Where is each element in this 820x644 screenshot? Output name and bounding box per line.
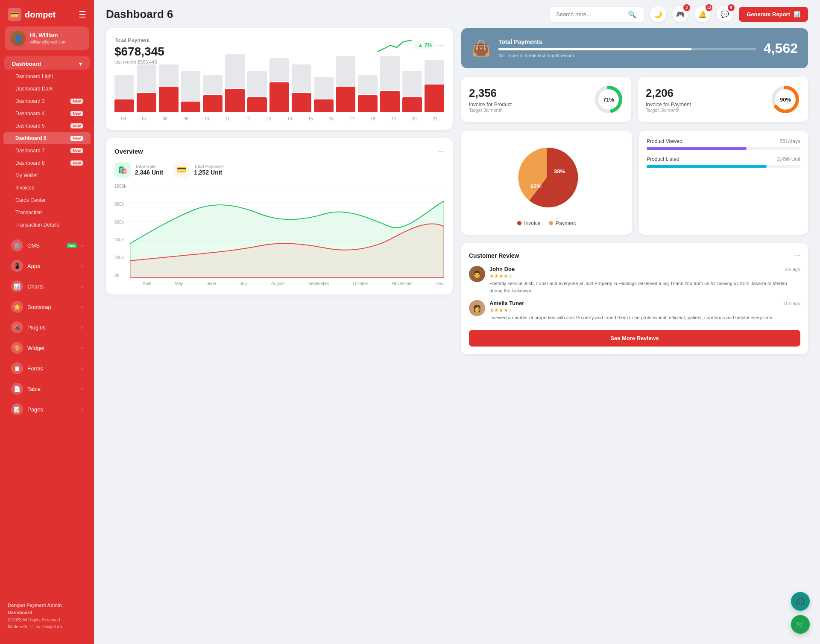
x-label-july: July [240,281,248,286]
total-payments-title: Total Payments [498,38,756,45]
stars-amelia: ★★★★★ [489,307,800,313]
sidebar-group-table[interactable]: 📄 Table › [3,379,91,399]
pie-chart-container: 62% 38% [470,139,624,216]
plugins-arrow: › [81,325,83,330]
product-viewed-value: 561/days [779,138,800,144]
generate-report-button[interactable]: Generate Report 📊 [739,7,808,22]
sidebar-item-my-wallet[interactable]: My Wallet [3,169,91,181]
bar-gray-9 [314,77,334,99]
total-sale-icon: 🛍️ [114,162,131,178]
invoice-product-target: Target 3k/month [469,108,512,113]
sidebar-item-dashboard-8[interactable]: Dashboard 8New [3,157,91,169]
bar-gray-13 [402,71,422,96]
bar-gray-3 [181,71,201,101]
sidebar-group-cms[interactable]: ⚙️ CMS New › [3,236,91,255]
cms-icon: ⚙️ [11,239,23,251]
trend-badge: ▲ 7% [414,41,435,50]
bootstrap-label: Bootstrap [27,304,77,310]
sidebar: 💳 dompet ☰ 👤 Hi, William william@gmail.c… [0,0,94,644]
item-label: Dashboard 6 [15,135,47,141]
sidebar-item-cards-center[interactable]: Cards Center [3,194,91,206]
theme-toggle-btn[interactable]: 🌙 [650,6,666,22]
bar-gray-11 [358,75,378,94]
total-payment-stat: 💳 Total Payment 1,252 Unit [173,162,224,178]
review-dots[interactable]: ··· [794,251,800,260]
sidebar-item-transaction[interactable]: Transaction [3,207,91,219]
hamburger-icon[interactable]: ☰ [79,9,86,20]
sidebar-group-apps[interactable]: 📱 Apps › [3,256,91,276]
overview-dots[interactable]: ··· [438,147,444,156]
sidebar-item-dashboard-6[interactable]: Dashboard 6New [3,132,91,144]
bar-group-13 [269,58,289,112]
support-fab[interactable]: 🎧 [791,592,810,611]
total-payments-body: Total Payments 431 more to break last mo… [498,38,756,58]
pages-arrow: › [81,407,83,412]
sidebar-group-widget[interactable]: 🎨 Widget › [3,338,91,358]
cms-arrow: › [81,243,83,248]
bar-label-9: 15 [302,117,320,121]
bar-group-09 [181,71,201,112]
message-btn[interactable]: 💬 5 [717,6,733,22]
user-info: Hi, William william@gmail.com [30,32,67,45]
sidebar-item-invoices[interactable]: Invoices [3,182,91,194]
y-label-400k: 400k [114,237,127,242]
total-payments-progress-bar [498,48,756,50]
bar-label-11: 17 [343,117,361,121]
dots-menu[interactable]: ··· [438,41,444,50]
stars-john: ★★★★★ [489,273,800,279]
y-label-0k: 0k [114,273,127,278]
message-badge: 5 [728,4,735,11]
sidebar-group-pages[interactable]: 📝 Pages › [3,399,91,419]
sidebar-item-dashboard-7[interactable]: Dashboard 7New [3,145,91,157]
sidebar-item-dashboard-4[interactable]: Dashboard 4New [3,108,91,119]
bar-group-20 [425,60,444,112]
sidebar-group-plugins[interactable]: 🔌 Plugins › [3,318,91,337]
x-label-dec: Dec. [435,281,444,286]
gamepad-btn[interactable]: 🎮 2 [672,6,688,22]
footer-copyright: © 2023 All Rights Reserved [8,617,86,624]
item-label: Cards Center [15,197,46,203]
bar-red-0 [114,99,134,112]
sidebar-header: 💳 dompet ☰ [0,0,94,26]
sidebar-group-bootstrap[interactable]: ⭐ Bootstrap › [3,297,91,317]
bar-gray-14 [425,60,444,84]
sidebar-item-dashboard-dark[interactable]: Dashboard Dark [3,83,91,95]
sidebar-logo: 💳 dompet [8,8,56,21]
reviewer-avatar-amelia: 👩 [469,300,485,316]
notification-badge: 12 [706,4,712,11]
bar-group-11 [225,54,245,112]
charts-icon: 📊 [11,280,23,292]
sidebar-item-dashboard-5[interactable]: Dashboard 5New [3,120,91,132]
widget-arrow: › [81,345,83,350]
total-payment-trend: ▲ 7% ··· [378,37,444,54]
reviewer-name-amelia: Amelia Tuner [489,300,524,306]
sidebar-group-charts[interactable]: 📊 Charts › [3,277,91,296]
bar-group-19 [402,71,422,112]
bar-label-1: 07 [135,117,154,121]
search-box[interactable]: 🔍 [550,7,644,22]
sidebar-item-dashboard-light[interactable]: Dashboard Light [3,70,91,82]
cms-label: CMS [27,242,61,249]
new-badge: New [70,111,83,116]
nav-dashboard-header[interactable]: Dashboard ▾ [4,56,90,70]
bar-red-6 [247,97,267,112]
sidebar-item-dashboard-3[interactable]: Dashboard 3New [3,95,91,107]
x-label-may: May [175,281,183,286]
see-more-reviews-button[interactable]: See More Reviews [469,330,800,347]
invoice-product-donut: 71% [594,85,624,114]
total-payment-stat-icon: 💳 [173,162,190,178]
sidebar-group-forms[interactable]: 📋 Forms › [3,358,91,378]
bar-chart [114,71,444,114]
product-viewed-header: Product Viewed 561/days [647,138,800,144]
review-title: Customer Review [469,252,519,259]
product-listed-stat: Product Listed 3,456 Unit [647,156,800,168]
bar-gray-8 [292,64,311,92]
gamepad-badge: 2 [683,4,690,11]
total-sale-label: Total Sale [135,164,163,169]
search-input[interactable] [556,11,624,17]
cart-fab[interactable]: 🛒 [791,615,810,634]
total-payments-number: 4,562 [764,41,798,56]
avatar-image: 👤 [10,31,26,46]
sidebar-item-transaction-details[interactable]: Transaction Details [3,219,91,231]
notification-btn[interactable]: 🔔 12 [694,6,711,22]
